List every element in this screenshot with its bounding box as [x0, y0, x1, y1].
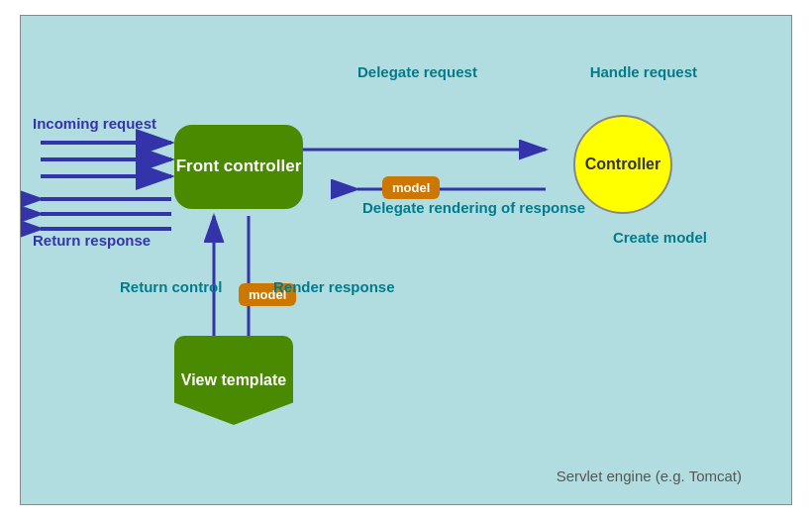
- front-controller-box: Front controller: [174, 125, 303, 209]
- model-badge-1: model: [382, 176, 440, 199]
- arrows-svg: [21, 16, 791, 504]
- servlet-engine-label: Servlet engine (e.g. Tomcat): [557, 468, 742, 484]
- render-response-label: Render response: [273, 278, 395, 296]
- return-control-label: Return control: [120, 278, 222, 296]
- incoming-request-label: Incoming request: [33, 115, 156, 133]
- delegate-request-label: Delegate request: [357, 63, 477, 81]
- diagram-container: Incoming request Return response Front c…: [20, 15, 792, 505]
- handle-request-label: Handle request: [590, 63, 697, 81]
- delegate-rendering-label: Delegate rendering of response: [362, 199, 585, 217]
- controller-circle: Controller: [573, 115, 672, 214]
- view-template-box: View template: [174, 336, 293, 425]
- return-response-label: Return response: [33, 232, 151, 250]
- create-model-label: Create model: [613, 229, 707, 247]
